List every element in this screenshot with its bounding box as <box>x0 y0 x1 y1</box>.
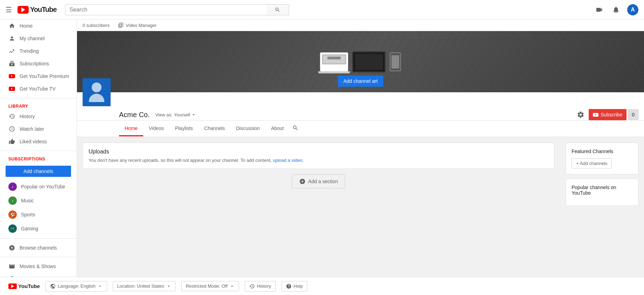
channel-avatar-person <box>89 82 104 102</box>
laptop-screen <box>322 55 346 64</box>
language-chevron-icon <box>98 284 103 289</box>
subscribe-button[interactable]: Subscribe <box>589 109 626 120</box>
settings-icon[interactable] <box>577 111 584 118</box>
sidebar-divider-2 <box>0 151 77 151</box>
video-manager-label: Video Manager <box>126 23 156 28</box>
video-manager-icon <box>118 22 124 28</box>
sidebar-item-home[interactable]: Home <box>0 20 77 32</box>
device-phone <box>390 52 401 71</box>
tab-discussion[interactable]: Discussion <box>230 121 265 136</box>
sidebar-item-gaming-bottom[interactable]: Gaming <box>0 273 77 277</box>
subscribe-count: 0 <box>628 109 638 120</box>
music-icon: ♪ <box>8 196 17 205</box>
sidebar-item-subscriptions[interactable]: Subscriptions <box>0 57 77 70</box>
add-section-button[interactable]: Add a section <box>292 174 345 188</box>
sidebar-item-my-channel[interactable]: My channel <box>0 32 77 45</box>
sidebar-item-movies-shows[interactable]: Movies & Shows <box>0 260 77 273</box>
sidebar-item-popular[interactable]: ♪ Popular on YouTube <box>0 180 77 194</box>
search-bar <box>65 4 289 15</box>
sidebar-label-popular: Popular on YouTube <box>21 184 65 189</box>
sidebar-item-premium[interactable]: Get YouTube Premium <box>0 70 77 82</box>
sidebar-item-trending[interactable]: Trending <box>0 45 77 57</box>
location-button[interactable]: Location: United States <box>113 281 176 291</box>
restricted-chevron-icon <box>230 284 234 289</box>
sidebar-label-sports: Sports <box>21 212 35 217</box>
hamburger-menu-icon[interactable]: ☰ <box>6 6 12 14</box>
sidebar-item-watch-later[interactable]: Watch later <box>0 123 77 135</box>
add-channels-button[interactable]: Add channels <box>6 166 71 177</box>
sidebar-divider-1 <box>0 98 77 98</box>
channel-sub-info: 0 subscribers Video Manager <box>77 20 644 31</box>
language-button[interactable]: Language: English <box>46 281 107 292</box>
sidebar-item-sports[interactable]: ⚽ Sports <box>0 208 77 222</box>
tv-screen <box>355 54 383 70</box>
sidebar-label-browse-channels: Browse channels <box>20 245 57 251</box>
sidebar-item-liked-videos[interactable]: Liked videos <box>0 135 77 148</box>
add-section-container: Add a section <box>83 174 554 188</box>
uploads-empty-message: You don't have any recent uploads, so th… <box>89 158 272 163</box>
popular-channels-widget: Popular channels on YouTube <box>566 179 638 206</box>
view-as-dropdown[interactable]: Yourself <box>174 112 197 117</box>
avatar[interactable]: A <box>627 4 638 15</box>
sidebar-item-tv[interactable]: Get YouTube TV <box>0 82 77 95</box>
footer-logo-icon <box>8 283 17 289</box>
search-input[interactable] <box>65 4 267 15</box>
notifications-icon[interactable] <box>610 4 622 15</box>
sidebar-item-browse-channels[interactable]: Browse channels <box>0 242 77 254</box>
channel-art-container: Add channel art <box>77 31 644 92</box>
watch-later-icon <box>8 125 15 132</box>
main-content: 0 subscribers Video Manager <box>77 20 644 277</box>
tab-playlists[interactable]: Playlists <box>169 121 198 136</box>
logo[interactable]: YouTube <box>18 6 57 14</box>
channel-info-bar: Acme Co. View as: Yourself Subscribe 0 <box>77 92 644 121</box>
history-icon <box>8 113 15 120</box>
channel-info-right: Subscribe 0 <box>577 109 638 120</box>
youtube-logo-icon <box>18 6 29 14</box>
sports-icon: ⚽ <box>8 210 17 219</box>
popular-channels-title: Popular channels on YouTube <box>572 185 632 196</box>
sidebar-label-history: History <box>20 114 35 119</box>
device-laptop <box>320 52 348 71</box>
channel-sidebar: Featured Channels + Add channels Popular… <box>560 137 644 277</box>
tab-search-icon[interactable] <box>289 121 301 137</box>
sidebar-label-home: Home <box>20 23 33 29</box>
help-icon <box>286 283 292 289</box>
sidebar-item-history[interactable]: History <box>0 110 77 123</box>
header-right: A <box>594 4 638 15</box>
sidebar-item-music[interactable]: ♪ Music <box>0 194 77 208</box>
restricted-mode-button[interactable]: Restricted Mode: Off <box>181 281 239 291</box>
channel-main: Uploads You don't have any recent upload… <box>77 137 560 277</box>
upload-icon[interactable] <box>594 4 605 15</box>
video-manager-button[interactable]: Video Manager <box>118 22 156 28</box>
sidebar-label-music: Music <box>21 198 34 203</box>
add-channel-art-button[interactable]: Add channel art <box>338 75 383 87</box>
person-language-icon <box>50 283 56 289</box>
tab-videos[interactable]: Videos <box>143 121 169 136</box>
footer-logo: YouTube <box>8 283 40 289</box>
uploads-section: Uploads You don't have any recent upload… <box>83 143 554 169</box>
tab-channels[interactable]: Channels <box>198 121 230 136</box>
header: ☰ YouTube A <box>0 0 644 20</box>
search-icon <box>275 7 280 13</box>
sidebar-label-gaming: Gaming <box>21 226 38 231</box>
popular-icon: ♪ <box>8 182 17 191</box>
add-section-icon <box>299 178 306 185</box>
help-button[interactable]: Help <box>281 281 308 292</box>
add-channels-small-label: + Add channels <box>576 161 607 166</box>
footer: YouTube Language: English Location: Unit… <box>0 277 644 295</box>
subscriptions-icon <box>8 60 15 67</box>
upload-video-link[interactable]: upload a video. <box>273 158 303 163</box>
tab-about[interactable]: About <box>265 121 289 136</box>
subscriptions-section-label: SUBSCRIPTIONS <box>0 154 77 163</box>
sidebar-item-gaming[interactable]: 🎮 Gaming <box>0 222 77 236</box>
device-tv <box>352 51 386 72</box>
sidebar-label-subscriptions: Subscriptions <box>20 61 49 66</box>
sidebar-divider-4 <box>0 257 77 257</box>
premium-icon <box>8 73 15 80</box>
history-footer-button[interactable]: History <box>245 281 275 292</box>
tab-home[interactable]: Home <box>119 121 143 136</box>
location-chevron-icon <box>166 284 171 289</box>
add-channels-small-button[interactable]: + Add channels <box>572 158 612 168</box>
search-button[interactable] <box>267 4 289 15</box>
featured-channels-title: Featured Channels <box>572 149 632 154</box>
